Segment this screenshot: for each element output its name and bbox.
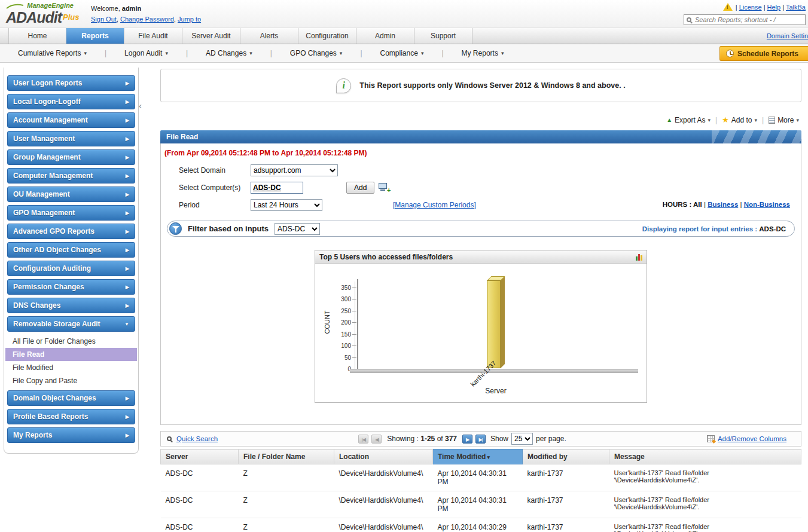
tab-reports[interactable]: Reports (66, 28, 124, 44)
tab-alerts[interactable]: Alerts (240, 28, 298, 44)
tab-support[interactable]: Support (414, 28, 472, 44)
last-page-button[interactable]: ▶| (475, 435, 486, 444)
subnav-menu-logon-audit[interactable]: Logon Audit▾ (124, 49, 168, 57)
sidebar-item-label: DNS Changes (13, 301, 60, 310)
tab-file-audit[interactable]: File Audit (124, 28, 182, 44)
sidebar-item-domain-object-changes[interactable]: Domain Object Changes▶ (7, 390, 135, 406)
session-link[interactable]: Sign Out (91, 16, 117, 23)
sidebar-subitem-file-modified[interactable]: File Modified (5, 361, 137, 374)
subnav-menu-my-reports[interactable]: My Reports▾ (462, 49, 504, 57)
column-header-message[interactable]: Message (609, 450, 801, 464)
quick-search-link[interactable]: Quick Search (167, 435, 218, 442)
column-header-label: Message (614, 452, 645, 461)
next-page-button[interactable]: ▶ (462, 435, 472, 444)
sidebar-item-other-ad-object-changes[interactable]: Other AD Object Changes▶ (7, 242, 135, 258)
add-to-button[interactable]: ★Add to▾ (722, 115, 757, 124)
sidebar-item-account-management[interactable]: Account Management▶ (7, 112, 135, 128)
domain-select[interactable]: adsupport.com (251, 164, 338, 176)
sidebar-item-profile-based-reports[interactable]: Profile Based Reports▶ (7, 409, 135, 424)
location-cell: \Device\HarddiskVolume4\ (334, 491, 433, 518)
msg-cell: User'karthi-1737' Read file/folder '\Dev… (609, 491, 801, 518)
search-box[interactable] (684, 14, 806, 25)
divider: | (715, 116, 717, 124)
sidebar-item-advanced-gpo-reports[interactable]: Advanced GPO Reports▶ (7, 224, 135, 239)
tab-admin[interactable]: Admin (356, 28, 414, 44)
add-to-label: Add to (731, 116, 752, 124)
y-tick-mark (352, 288, 356, 288)
column-header-label: Server (166, 452, 188, 461)
sidebar-item-ou-management[interactable]: OU Management▶ (7, 186, 135, 202)
tab-server-audit[interactable]: Server Audit (182, 28, 240, 44)
sidebar-item-my-reports[interactable]: My Reports▶ (7, 427, 135, 443)
tab-home[interactable]: Home (8, 28, 66, 44)
hours-link-business[interactable]: Business (708, 201, 738, 208)
prev-page-button[interactable]: ◀ (371, 435, 382, 444)
app-logo[interactable]: ManageEngine ADAuditPlus (6, 1, 79, 26)
subnav-menu-ad-changes[interactable]: AD Changes▾ (206, 49, 252, 57)
first-page-button[interactable]: |◀ (358, 435, 368, 444)
hours-link-non-business[interactable]: Non-Business (744, 201, 790, 208)
hours-options: HOURS : All | Business | Non-Business (663, 201, 790, 208)
subnav-menu-gpo-changes[interactable]: GPO Changes▾ (290, 49, 343, 57)
sidebar-item-removable-storage-audit[interactable]: Removable Storage Audit▼ (7, 316, 135, 332)
column-header-time-modified[interactable]: Time Modified▾ (433, 450, 523, 464)
caret-down-icon: ▾ (340, 50, 343, 56)
y-tick-label: 50 (336, 354, 351, 361)
utility-link[interactable]: License (739, 4, 762, 11)
sidebar-item-gpo-management[interactable]: GPO Management▶ (7, 205, 135, 221)
sidebar-subitem-all-file-or-folder-changes[interactable]: All File or Folder Changes (5, 335, 137, 348)
session-links: Sign Out, Change Password, Jump to (91, 16, 201, 23)
period-select[interactable]: Last 24 Hours (251, 199, 322, 211)
subnav-menu-compliance[interactable]: Compliance▾ (380, 49, 424, 57)
computer-picker-icon[interactable]: + (377, 183, 389, 192)
schedule-reports-button[interactable]: Schedule Reports (719, 46, 808, 61)
page-size-select[interactable]: 25 (511, 433, 533, 445)
table-row[interactable]: ADS-DCZ\Device\HarddiskVolume4\Apr 10,20… (161, 491, 801, 518)
filter-input-select[interactable]: ADS-DC (275, 223, 320, 235)
table-row[interactable]: ADS-DCZ\Device\HarddiskVolume4\Apr 10,20… (161, 518, 801, 532)
search-input[interactable] (694, 16, 803, 24)
export-as-button[interactable]: ▲Export As▾ (666, 116, 711, 124)
sidebar-item-local-logon-logoff[interactable]: Local Logon-Logoff▶ (7, 94, 135, 109)
chart-type-icon[interactable] (636, 253, 642, 261)
sidebar-item-user-logon-reports[interactable]: User Logon Reports▶ (7, 75, 135, 91)
y-tick-mark (352, 357, 356, 358)
session-link[interactable]: Jump to (178, 16, 201, 23)
table-row[interactable]: ADS-DCZ\Device\HarddiskVolume4\Apr 10,20… (161, 464, 801, 491)
per-page-label: per page. (536, 435, 566, 443)
column-header-server[interactable]: Server (161, 450, 239, 464)
sidebar-item-configuration-auditing[interactable]: Configuration Auditing▶ (7, 261, 135, 276)
sidebar-item-user-management[interactable]: User Management▶ (7, 131, 135, 146)
utility-link[interactable]: TalkBa (786, 4, 806, 11)
sidebar-subitem-file-copy-and-paste[interactable]: File Copy and Paste (5, 374, 137, 387)
column-header-modified-by[interactable]: Modified by (523, 450, 609, 464)
warning-icon[interactable]: ! (723, 3, 733, 11)
utility-link[interactable]: Help (767, 4, 781, 11)
displaying-value: ADS-DC (759, 225, 786, 233)
time-cell: Apr 10,2014 04:30:31 PM (433, 464, 523, 491)
column-header-file-folder-name[interactable]: File / Folder Name (239, 450, 334, 464)
more-button[interactable]: More▾ (769, 116, 799, 124)
sidebar-subitem-file-read[interactable]: File Read (5, 348, 137, 361)
subnav-menu-cumulative-reports[interactable]: Cumulative Reports▾ (18, 49, 87, 57)
sidebar-item-computer-management[interactable]: Computer Management▶ (7, 168, 135, 184)
y-tick-label: 0 (336, 366, 351, 372)
chart-panel: Top 5 Users who accessed files/folders C… (315, 250, 647, 403)
sidebar-collapse-handle[interactable]: ‹ (139, 100, 145, 111)
divider: | (186, 49, 188, 57)
chart-title-bar: Top 5 Users who accessed files/folders (315, 250, 647, 264)
computer-input[interactable] (251, 182, 303, 194)
column-header-location[interactable]: Location (334, 450, 433, 464)
report-form: Select Domain adsupport.com Select Compu… (161, 164, 801, 211)
add-remove-columns-link[interactable]: Add/Remove Columns (707, 435, 786, 442)
domain-settings-link[interactable]: Domain Settin (767, 32, 808, 39)
sidebar-item-dns-changes[interactable]: DNS Changes▶ (7, 298, 135, 313)
session-link[interactable]: Change Password (120, 16, 174, 23)
sidebar-item-group-management[interactable]: Group Management▶ (7, 149, 135, 165)
y-tick-mark (352, 311, 356, 311)
add-computer-button[interactable]: Add (346, 182, 374, 194)
manage-custom-periods-link[interactable]: [Manage Custom Periods] (393, 201, 476, 209)
sidebar-item-permission-changes[interactable]: Permission Changes▶ (7, 279, 135, 295)
tab-configuration[interactable]: Configuration (298, 28, 356, 44)
schedule-reports-label: Schedule Reports (737, 50, 798, 58)
